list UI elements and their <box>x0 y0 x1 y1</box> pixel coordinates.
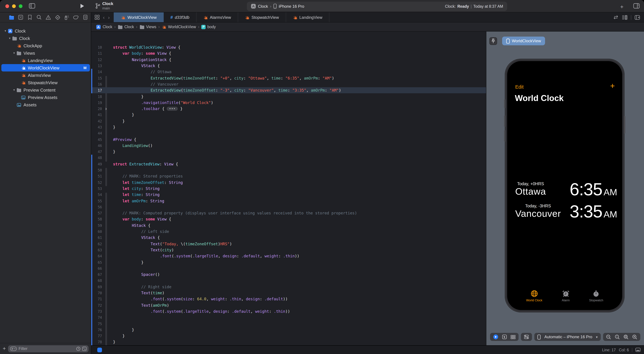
breadcrumb-item-body[interactable]: Pbody <box>202 25 216 29</box>
sidebar-item-landingview[interactable]: LandingView <box>0 57 91 64</box>
code-line-64[interactable]: 64.font(.system(.largeTitle, design: .de… <box>91 253 486 259</box>
code-line-50[interactable]: 50 <box>91 167 486 173</box>
code-line-52[interactable]: 52let timeZoneOffset: String <box>91 179 486 186</box>
disclosure-chevron-icon[interactable]: ▾ <box>12 51 16 55</box>
phone-tab-alarm[interactable]: Alarm <box>562 290 570 302</box>
run-destination[interactable]: Clock › iPhone 16 Pro <box>251 4 304 9</box>
code-line-63[interactable]: 63Text(city) <box>91 247 486 253</box>
disclosure-chevron-icon[interactable]: ▾ <box>3 29 8 33</box>
code-line-71[interactable]: 71.font(.system(size: 64.0, weight: .thi… <box>91 296 486 302</box>
code-line-46[interactable]: 46LandingView() <box>91 143 486 149</box>
zoom-out-button[interactable] <box>606 334 611 339</box>
run-button[interactable] <box>80 3 84 10</box>
code-line-54[interactable]: 54let time: String <box>91 192 486 198</box>
sidebar-item-worldclockview[interactable]: WorldClockViewM <box>1 64 90 72</box>
navigator-divider[interactable] <box>91 13 91 354</box>
code-line-49[interactable]: 49struct ExtractedView: View { <box>91 161 486 167</box>
navigator-tests-tab[interactable] <box>55 15 60 20</box>
code-line-61[interactable]: 61VStack { <box>91 235 486 241</box>
code-line-69[interactable]: 69// Right side <box>91 284 486 290</box>
navigator-project-tab[interactable] <box>9 15 14 20</box>
disclosure-chevron-icon[interactable]: ▾ <box>12 88 16 92</box>
code-line-72[interactable]: 72Text(amOrPm) <box>91 302 486 308</box>
phone-tab-stopwatch[interactable]: Stopwatch <box>589 290 603 302</box>
code-line-14[interactable]: 14// Ottawa <box>91 69 486 75</box>
live-preview-button[interactable] <box>493 334 498 339</box>
preview-tab[interactable]: WorldClockView <box>502 37 545 45</box>
sidebar-item-views[interactable]: ▾Views <box>0 49 91 57</box>
navigator-bookmarks-tab[interactable] <box>27 15 32 20</box>
sidebar-item-alarmsview[interactable]: AlarmsView <box>0 72 91 79</box>
add-file-button[interactable]: + <box>3 346 6 351</box>
code-line-62[interactable]: 62Text("Today, \(timeZoneOffset)HRS") <box>91 241 486 247</box>
code-line-73[interactable]: 73.font(.system(.largeTitle, design: .de… <box>91 308 486 314</box>
filter-field[interactable]: Filter <box>8 345 88 352</box>
swap-editor-icon[interactable] <box>613 15 618 20</box>
phone-tab-world-clock[interactable]: World Clock <box>526 290 542 302</box>
minimize-window-button[interactable] <box>12 4 16 8</box>
tab-worldclockview[interactable]: WorldClockView <box>114 13 164 22</box>
zoom-window-button[interactable] <box>19 4 22 8</box>
breakpoint-indicator[interactable] <box>97 347 102 352</box>
code-line-16[interactable]: 16// Vancouver <box>91 81 486 87</box>
code-line-78[interactable]: 78} <box>91 339 486 345</box>
code-line-70[interactable]: 70Text(time) <box>91 290 486 296</box>
variants-mode-button[interactable] <box>510 335 516 339</box>
source-editor[interactable]: 10struct WorldClockView: View {11var bod… <box>91 32 486 345</box>
navigator-changes-tab[interactable] <box>18 15 23 20</box>
add-editor-icon[interactable] <box>634 15 640 20</box>
breadcrumb-item-clock[interactable]: Clock <box>118 25 134 29</box>
sidebar-item-clock[interactable]: ▾Clock <box>0 27 91 35</box>
navigator-find-tab[interactable] <box>36 15 42 20</box>
navigator-breakpoints-tab[interactable] <box>73 15 79 20</box>
code-line-18[interactable]: 18} <box>91 94 486 100</box>
code-line-57[interactable]: 57// MARK: Computed property (displays u… <box>91 210 486 216</box>
go-forward-icon[interactable]: › <box>108 15 110 20</box>
code-line-58[interactable]: 58var body: some View { <box>91 216 486 222</box>
tab-stopwatchview[interactable]: StopwatchView <box>238 13 286 22</box>
breadcrumb-item-worldclockview[interactable]: WorldClockView <box>162 25 196 29</box>
edit-button[interactable]: Edit <box>515 84 524 90</box>
preview-device-selector[interactable]: Automatic – iPhone 16 Pro ▾ <box>534 333 601 341</box>
pin-preview-button[interactable] <box>489 37 497 45</box>
go-back-icon[interactable]: ‹ <box>103 15 105 20</box>
source-control-filter-icon[interactable] <box>82 346 86 351</box>
zoom-in-button[interactable] <box>632 334 637 339</box>
code-line-20[interactable]: 20❯.toolbar { ••• } <box>91 106 486 112</box>
tab-landingview[interactable]: LandingView <box>286 13 330 22</box>
code-line-42[interactable]: 42} <box>91 118 486 124</box>
code-line-74[interactable]: 74 <box>91 314 486 321</box>
code-line-53[interactable]: 53let city: String <box>91 186 486 192</box>
code-line-51[interactable]: 51// MARK: Stored properties <box>91 173 486 179</box>
code-line-56[interactable]: 56 <box>91 204 486 210</box>
code-line-11[interactable]: 11var body: some View { <box>91 51 486 57</box>
code-line-55[interactable]: 55let amOrPm: String <box>91 198 486 204</box>
navigator-debug-tab[interactable] <box>64 15 70 20</box>
code-line-60[interactable]: 60// Left side <box>91 228 486 235</box>
scheme-selector[interactable]: Clock main <box>96 1 113 10</box>
code-line-17[interactable]: 17ExtractedView(timeZoneOffset: "-3", ci… <box>91 87 486 94</box>
folded-code-pill[interactable]: ••• <box>167 107 178 111</box>
disclosure-chevron-icon[interactable]: ▾ <box>8 37 12 40</box>
selectable-mode-button[interactable] <box>502 334 507 339</box>
code-line-67[interactable]: 67Spacer() <box>91 271 486 278</box>
recent-files-clock-icon[interactable] <box>76 346 80 351</box>
code-line-44[interactable]: 44 <box>91 130 486 136</box>
toggle-right-sidebar-icon[interactable] <box>633 3 640 10</box>
tab-alarmsview[interactable]: AlarmsView <box>196 13 238 22</box>
code-line-12[interactable]: 12NavigationStack { <box>91 57 486 63</box>
breadcrumb-item-views[interactable]: Views <box>139 25 156 29</box>
code-line-68[interactable]: 68 <box>91 278 486 284</box>
fold-arrow-icon[interactable]: ❯ <box>104 107 108 110</box>
tab-d33f3db[interactable]: #d33f3db <box>164 13 196 22</box>
sidebar-item-clockapp[interactable]: ClockApp <box>0 42 91 49</box>
editor-mode-icon[interactable] <box>635 348 641 352</box>
zoom-fit-button[interactable] <box>624 334 628 339</box>
related-items-icon[interactable] <box>94 15 100 20</box>
code-line-47[interactable]: 47} <box>91 149 486 155</box>
code-line-77[interactable]: 77} <box>91 333 486 339</box>
code-line-48[interactable]: 48 <box>91 155 486 161</box>
code-line-13[interactable]: 13VStack { <box>91 63 486 69</box>
code-line-19[interactable]: 19.navigationTitle("World Clock") <box>91 100 486 106</box>
code-line-66[interactable]: 66 <box>91 265 486 271</box>
